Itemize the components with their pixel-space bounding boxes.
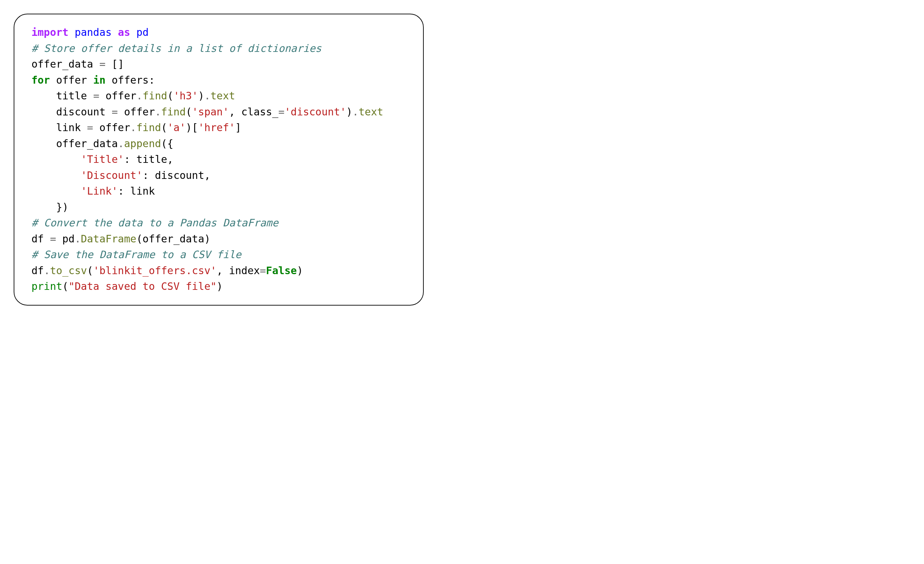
code-token: import (32, 26, 68, 38)
code-token: 'Discount' (81, 169, 143, 181)
code-token: , index (217, 265, 260, 277)
code-token: ) (346, 106, 352, 118)
code-token: ( (186, 106, 192, 118)
code-token: offers: (106, 74, 155, 86)
code-token: # Store offer details in a list of dicti… (32, 42, 321, 54)
code-token: . (136, 90, 142, 102)
code-token: discount (32, 106, 112, 118)
code-token: . (118, 138, 124, 150)
code-token: for (32, 74, 50, 86)
code-token: . (204, 90, 210, 102)
code-token: (offer_data) (136, 233, 210, 245)
code-token (32, 185, 81, 197)
code-token: ( (161, 121, 167, 133)
code-token: = (279, 106, 285, 118)
code-cell: import pandas as pd # Store offer detail… (14, 13, 424, 305)
code-token: in (93, 74, 106, 86)
code-token: pd (136, 26, 148, 38)
code-token: ) (297, 265, 303, 277)
code-token: offer_data (32, 58, 99, 70)
code-token: . (352, 106, 358, 118)
code-token: : title, (124, 153, 174, 165)
code-token: # Convert the data to a Pandas DataFrame (32, 217, 278, 229)
code-token: ( (62, 280, 68, 292)
code-token: . (155, 106, 161, 118)
code-token: 'span' (192, 106, 229, 118)
code-token: text (358, 106, 383, 118)
code-token: offer (99, 90, 136, 102)
code-token: offer (50, 74, 93, 86)
code-token: )[ (186, 121, 198, 133)
code-token: ( (167, 90, 173, 102)
code-token: ) (217, 280, 223, 292)
code-token: : link (118, 185, 155, 197)
code-token: append (124, 138, 161, 150)
code-token: to_csv (50, 265, 87, 277)
code-token: offer (93, 121, 130, 133)
code-token: text (210, 90, 235, 102)
code-token: [] (106, 58, 124, 70)
code-token: False (266, 265, 297, 277)
code-token: 'h3' (173, 90, 198, 102)
code-token: as (118, 26, 130, 38)
code-token: ] (235, 121, 241, 133)
code-token: = (112, 106, 118, 118)
code-token: = (50, 233, 56, 245)
code-token: ( (87, 265, 93, 277)
code-token: 'a' (167, 121, 186, 133)
code-token: find (136, 121, 161, 133)
code-token: pd (56, 233, 75, 245)
code-token: }) (32, 201, 68, 213)
code-token (32, 169, 81, 181)
code-token: 'Title' (81, 153, 124, 165)
code-token: offer (118, 106, 155, 118)
code-token (68, 26, 75, 38)
code-content: import pandas as pd # Store offer detail… (32, 25, 406, 295)
code-token (130, 26, 136, 38)
code-token: ) (198, 90, 204, 102)
code-token: 'Link' (81, 185, 118, 197)
code-token: = (99, 58, 106, 70)
code-token: link (32, 121, 87, 133)
code-token: = (87, 121, 93, 133)
code-token: print (32, 280, 62, 292)
code-token: : discount, (142, 169, 210, 181)
code-token: . (130, 121, 136, 133)
code-token (112, 26, 118, 38)
code-token: 'href' (198, 121, 235, 133)
code-token: = (93, 90, 99, 102)
code-token: find (142, 90, 167, 102)
code-token: 'blinkit_offers.csv' (93, 265, 217, 277)
code-token: . (75, 233, 81, 245)
code-token: ({ (161, 138, 173, 150)
code-token: offer_data (32, 138, 118, 150)
code-token: # Save the DataFrame to a CSV file (32, 248, 241, 260)
code-token: pandas (75, 26, 111, 38)
code-token: = (260, 265, 266, 277)
code-token: "Data saved to CSV file" (68, 280, 216, 292)
code-token: title (32, 90, 93, 102)
code-token: df (32, 233, 50, 245)
code-token: , class_ (229, 106, 279, 118)
code-token: DataFrame (81, 233, 136, 245)
code-token: df (32, 265, 44, 277)
code-token: . (44, 265, 50, 277)
code-token (32, 153, 81, 165)
code-token: find (161, 106, 186, 118)
code-token: 'discount' (285, 106, 346, 118)
